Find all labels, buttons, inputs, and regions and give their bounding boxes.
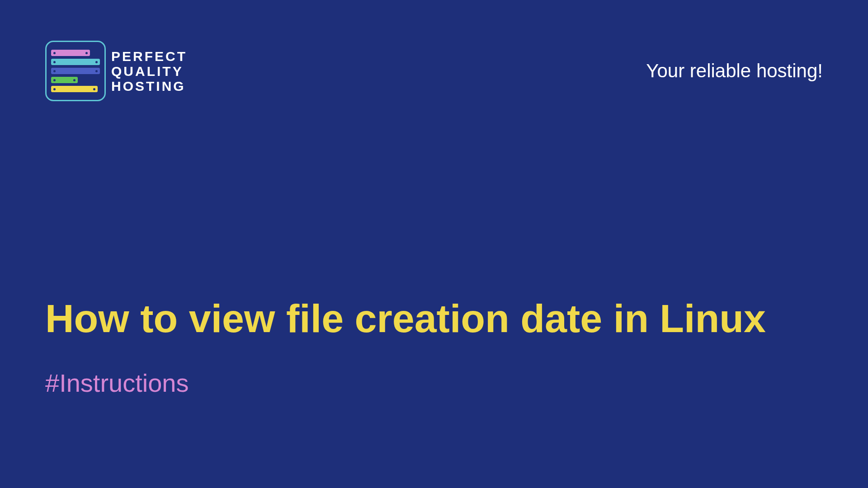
content-area: How to view file creation date in Linux … (45, 296, 823, 398)
brand-line: QUALITY (111, 64, 187, 79)
page-title: How to view file creation date in Linux (45, 296, 823, 341)
header: PERFECT QUALITY HOSTING Your reliable ho… (0, 0, 868, 101)
brand-name: PERFECT QUALITY HOSTING (111, 49, 187, 94)
tagline-text: Your reliable hosting! (646, 60, 823, 82)
category-tag: #Instructions (45, 368, 823, 398)
server-rack-icon (51, 68, 100, 74)
logo: PERFECT QUALITY HOSTING (45, 41, 187, 101)
server-rack-icon (51, 86, 98, 92)
server-rack-icon (51, 50, 90, 56)
server-rack-icon (51, 77, 78, 83)
brand-line: PERFECT (111, 49, 187, 64)
brand-line: HOSTING (111, 79, 187, 94)
logo-icon (45, 41, 106, 101)
server-rack-icon (51, 59, 100, 65)
